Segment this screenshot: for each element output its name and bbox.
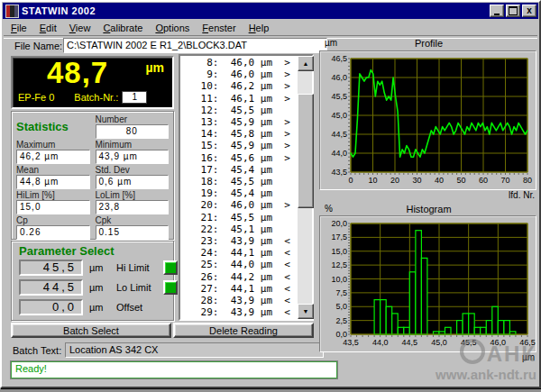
svg-text:44,0: 44,0 (331, 149, 347, 158)
list-item[interactable]: 27: 44,1 µm < (182, 283, 297, 295)
list-item[interactable]: 10: 46,2 µm > (182, 80, 297, 92)
stat-mean: Mean 44,8 µm (16, 165, 90, 189)
readings-scrollbar[interactable]: ▲ ▼ (298, 56, 312, 319)
stat-lolim: LoLim [%] 23,8 (96, 190, 170, 214)
list-item[interactable]: 26: 44,2 µm < (182, 271, 297, 283)
delete-reading-button[interactable]: Delete Reading (173, 323, 314, 338)
batch-select-button[interactable]: Batch Select (11, 323, 171, 338)
svg-text:40: 40 (435, 176, 444, 185)
menu-item-help[interactable]: Help (243, 22, 276, 34)
svg-text:46,0: 46,0 (331, 73, 347, 82)
list-item[interactable]: 16: 45,6 µm > (182, 152, 297, 164)
stat-hilim-label: HiLim [%] (16, 190, 90, 200)
hi-limit-led[interactable] (163, 260, 178, 275)
histogram-xlabel: µm (319, 352, 535, 363)
histogram-chart-head: % Histogram (319, 204, 538, 215)
list-item[interactable]: 8: 46,0 µm > (182, 57, 297, 68)
stat-hilim-field: 15,0 (16, 200, 90, 214)
list-item[interactable]: 13: 45,9 µm > (182, 116, 297, 128)
svg-text:0: 0 (348, 176, 353, 185)
svg-text:60: 60 (479, 176, 488, 185)
list-item[interactable]: 19: 45,4 µm (182, 187, 297, 199)
stat-stddev: Std. Dev 0,6 µm (96, 165, 170, 189)
stat-minimum: Minimum 43,9 µm (96, 140, 170, 164)
list-item[interactable]: 20: 46,0 µm > (182, 199, 297, 211)
menu-item-options[interactable]: Options (149, 22, 196, 34)
svg-text:43,5: 43,5 (343, 338, 359, 347)
menu-item-edit[interactable]: Edit (33, 22, 63, 34)
svg-text:44,5: 44,5 (331, 130, 347, 139)
menu-item-fenster[interactable]: Fenster (196, 22, 242, 34)
minimize-button[interactable] (490, 5, 504, 17)
svg-text:45,0: 45,0 (431, 338, 447, 347)
file-name-field[interactable]: C:\STATWIN 2002 E R1_2\BLOCK3.DAT (63, 38, 327, 53)
lo-limit-unit: µm (89, 282, 109, 293)
stat-cpk: Cpk 0.15 (96, 215, 170, 240)
list-item[interactable]: 21: 45,5 µm (182, 212, 297, 223)
batch-nr-input[interactable]: 1 (122, 91, 147, 104)
measurement-display: 48,7 µm EP-Fe 0 Batch-Nr.: 1 (11, 56, 174, 109)
menu-item-view[interactable]: View (63, 22, 97, 34)
list-item[interactable]: 15: 45,9 µm > (182, 140, 297, 151)
list-item[interactable]: 23: 43,9 µm < (182, 235, 297, 247)
stat-cp-field: 0.26 (16, 225, 90, 240)
svg-text:2,5: 2,5 (335, 316, 347, 325)
stat-maximum-label: Maximum (16, 140, 90, 150)
svg-text:0,0: 0,0 (335, 330, 347, 339)
maximize-button[interactable] (506, 5, 520, 17)
stat-lolim-field: 23,8 (96, 200, 170, 214)
stat-number: Number 80 (96, 114, 170, 139)
measurement-unit: µm (145, 60, 164, 75)
svg-text:10: 10 (368, 176, 377, 185)
statistics-grid: Statistics Number 80 Maximum 46,2 µm Min… (12, 112, 173, 242)
title-bar[interactable]: STATWIN 2002 x (3, 3, 538, 19)
svg-text:45,0: 45,0 (331, 111, 347, 120)
svg-text:45,5: 45,5 (461, 338, 477, 347)
svg-text:50: 50 (456, 176, 465, 185)
offset-input[interactable]: 0,0 (19, 299, 83, 315)
stat-number-field: 80 (96, 124, 170, 139)
profile-title: Profile (319, 38, 538, 49)
list-item[interactable]: 11: 46,1 µm > (182, 93, 297, 105)
list-item[interactable]: 17: 45,4 µm (182, 164, 297, 176)
histogram-title: Histogram (319, 204, 538, 214)
list-item[interactable]: 22: 45,1 µm (182, 223, 297, 235)
list-item[interactable]: 25: 44,0 µm < (182, 259, 297, 270)
hi-limit-label: Hi Limit (116, 262, 161, 273)
measurement-value: 48,7 (47, 56, 108, 90)
list-item[interactable]: 18: 45,5 µm (182, 176, 297, 187)
stat-cp-label: Cp (16, 215, 90, 225)
close-button[interactable]: x (522, 5, 536, 17)
scroll-down-button[interactable]: ▼ (298, 304, 314, 319)
svg-text:43,5: 43,5 (331, 168, 347, 177)
stat-mean-label: Mean (16, 165, 90, 175)
scroll-up-button[interactable]: ▲ (298, 56, 314, 71)
readings-list-rows: 8: 46,0 µm > 9: 46,0 µm > 10: 46,2 µm > … (182, 57, 297, 318)
stat-number-label: Number (96, 114, 170, 124)
svg-text:20,0: 20,0 (331, 219, 347, 228)
list-item[interactable]: 24: 44,1 µm < (182, 247, 297, 259)
window-title: STATWIN 2002 (22, 5, 96, 16)
batch-text-field[interactable]: Location AS 342 CX (65, 342, 324, 358)
scrollbar-thumb[interactable] (298, 94, 314, 208)
statistics-title-cell: Statistics (16, 114, 90, 139)
menu-item-file[interactable]: File (5, 22, 33, 34)
stat-minimum-field: 43,9 µm (96, 150, 170, 164)
stat-maximum: Maximum 46,2 µm (16, 140, 90, 164)
stat-mean-field: 44,8 µm (16, 175, 90, 189)
list-item[interactable]: 29: 43,9 µm < (182, 306, 297, 318)
svg-text:15,0: 15,0 (331, 247, 347, 256)
menu-item-calibrate[interactable]: Calibrate (96, 22, 149, 34)
lo-limit-input[interactable]: 44,5 (19, 279, 83, 296)
svg-text:46,5: 46,5 (519, 338, 536, 347)
hi-limit-input[interactable]: 45,5 (19, 260, 83, 276)
list-item[interactable]: 12: 45,5 µm (182, 105, 297, 116)
readings-listbox[interactable]: 8: 46,0 µm > 9: 46,0 µm > 10: 46,2 µm > … (179, 54, 314, 321)
list-item[interactable]: 14: 45,8 µm > (182, 128, 297, 140)
list-item[interactable]: 9: 46,0 µm > (182, 68, 297, 80)
lo-limit-led[interactable] (163, 280, 178, 295)
list-item[interactable]: 28: 43,9 µm < (182, 295, 297, 306)
offset-unit: µm (89, 302, 109, 313)
app-window: STATWIN 2002 x File Edit View Calibrate … (0, 0, 541, 388)
svg-text:5,0: 5,0 (335, 302, 347, 311)
